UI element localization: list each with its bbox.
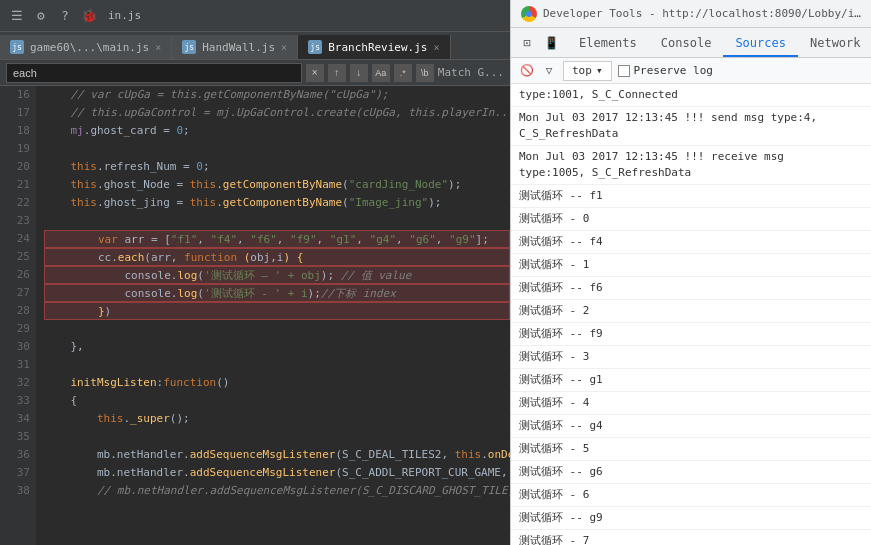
code-line-16: // var cUpGa = this.getComponentByName("… [44,86,510,104]
console-msg-4: 测试循环 - 0 [511,208,871,231]
console-top-label: top [572,64,592,77]
match-info: Match G... [438,66,504,79]
tab-main[interactable]: js game60\...\main.js × [0,35,172,59]
tab-close-handwall[interactable]: × [281,42,287,53]
devtools-mobile-icon[interactable]: 📱 [541,33,561,53]
editor-filename: in.js [108,9,141,22]
code-line-26: console.log('测试循环 — ' + obj); // 值 value [44,266,510,284]
search-next-button[interactable]: ↓ [350,64,368,82]
tab-icon-handwall: js [182,40,196,54]
console-msg-18: 测试循环 - 7 [511,530,871,545]
code-line-21: this.ghost_Node = this.getComponentByNam… [44,176,510,194]
devtools-tab-console[interactable]: Console [649,31,724,57]
console-msg-12: 测试循环 - 4 [511,392,871,415]
code-line-35 [44,428,510,446]
search-option2-button[interactable]: .* [394,64,412,82]
console-msg-6: 测试循环 - 1 [511,254,871,277]
code-line-23 [44,212,510,230]
console-msg-9: 测试循环 -- f9 [511,323,871,346]
tab-handwall[interactable]: js HandWall.js × [172,35,298,59]
devtools-tabs: Elements Console Sources Network Time [567,28,871,57]
console-msg-1: Mon Jul 03 2017 12:13:45 !!! send msg ty… [511,107,871,146]
code-content[interactable]: // var cUpGa = this.getComponentByName("… [36,86,510,545]
code-line-20: this.refresh_Num = 0; [44,158,510,176]
console-msg-10: 测试循环 - 3 [511,346,871,369]
devtools-panel: Developer Tools - http://localhost:8090/… [510,0,871,545]
search-option3-button[interactable]: \b [416,64,434,82]
preserve-log-checkbox[interactable] [618,65,630,77]
devtools-tab-network[interactable]: Network [798,31,871,57]
line-numbers: 16 17 18 19 20 21 22 23 24 25 26 27 28 2… [0,86,36,545]
devtools-titlebar: Developer Tools - http://localhost:8090/… [511,0,871,28]
console-msg-8: 测试循环 - 2 [511,300,871,323]
code-line-31 [44,356,510,374]
code-line-25: cc.each(arr, function (obj,i) { [44,248,510,266]
tab-label-handwall: HandWall.js [202,41,275,54]
tab-close-branchreview[interactable]: × [433,42,439,53]
editor-tabs: js game60\...\main.js × js HandWall.js ×… [0,32,510,60]
tab-icon-branchreview: js [308,40,322,54]
editor-panel: ☰ ⚙ ? 🐞 in.js js game60\...\main.js × js… [0,0,510,545]
console-msg-2: Mon Jul 03 2017 12:13:45 !!! receive msg… [511,146,871,185]
code-area: 16 17 18 19 20 21 22 23 24 25 26 27 28 2… [0,86,510,545]
devtools-nav: ⊡ 📱 Elements Console Sources Network Tim… [511,28,871,58]
code-line-17: // this.upGaControl = mj.UpGaControl.cre… [44,104,510,122]
code-line-34: this._super(); [44,410,510,428]
devtools-tab-elements[interactable]: Elements [567,31,649,57]
search-option1-button[interactable]: Aa [372,64,390,82]
code-line-36: mb.netHandler.addSequenceMsgListener(S_C… [44,446,510,464]
search-input[interactable] [6,63,302,83]
editor-toolbar: ☰ ⚙ ? 🐞 in.js [0,0,510,32]
code-line-28: }) [44,302,510,320]
tab-close-main[interactable]: × [155,42,161,53]
console-toolbar: 🚫 ▽ top ▾ Preserve log [511,58,871,84]
code-line-18: mj.ghost_card = 0; [44,122,510,140]
search-bar: × ↑ ↓ Aa .* \b Match G... [0,60,510,86]
chrome-icon [521,6,537,22]
code-line-22: this.ghost_jing = this.getComponentByNam… [44,194,510,212]
code-line-24: var arr = ["f1", "f4", "f6", "f9", "g1",… [44,230,510,248]
code-line-19 [44,140,510,158]
console-msg-15: 测试循环 -- g6 [511,461,871,484]
code-line-38: // mb.netHandler.addSequenceMsgListener(… [44,482,510,500]
console-top-dropdown[interactable]: top ▾ [563,61,612,81]
preserve-log-container: Preserve log [618,64,713,77]
editor-settings-icon[interactable]: ⚙ [32,7,50,25]
console-msg-11: 测试循环 -- g1 [511,369,871,392]
console-msg-0: type:1001, S_C_Connected [511,84,871,107]
console-msg-5: 测试循环 -- f4 [511,231,871,254]
console-msg-7: 测试循环 -- f6 [511,277,871,300]
console-msg-17: 测试循环 -- g9 [511,507,871,530]
tab-label-main: game60\...\main.js [30,41,149,54]
tab-branchreview[interactable]: js BranchReview.js × [298,35,450,59]
code-line-33: { [44,392,510,410]
code-line-30: }, [44,338,510,356]
code-line-29 [44,320,510,338]
search-clear-button[interactable]: × [306,64,324,82]
code-line-27: console.log('测试循环 - ' + i);//下标 index [44,284,510,302]
editor-menu-icon[interactable]: ☰ [8,7,26,25]
devtools-title: Developer Tools - http://localhost:8090/… [543,7,861,20]
console-clear-icon[interactable]: 🚫 [519,63,535,79]
devtools-nav-icons: ⊡ 📱 [511,28,567,57]
console-msg-13: 测试循环 -- g4 [511,415,871,438]
console-filter-icon[interactable]: ▽ [541,63,557,79]
tab-icon-main: js [10,40,24,54]
code-line-37: mb.netHandler.addSequenceMsgListener(S_C… [44,464,510,482]
editor-help-icon[interactable]: ? [56,7,74,25]
console-output[interactable]: type:1001, S_C_Connected Mon Jul 03 2017… [511,84,871,545]
search-prev-button[interactable]: ↑ [328,64,346,82]
tab-label-branchreview: BranchReview.js [328,41,427,54]
console-msg-14: 测试循环 - 5 [511,438,871,461]
console-top-chevron: ▾ [596,64,603,77]
preserve-log-label: Preserve log [634,64,713,77]
console-msg-3: 测试循环 -- f1 [511,185,871,208]
console-msg-16: 测试循环 - 6 [511,484,871,507]
devtools-tab-sources[interactable]: Sources [723,31,798,57]
editor-debug-icon[interactable]: 🐞 [80,7,98,25]
devtools-cursor-icon[interactable]: ⊡ [517,33,537,53]
code-line-32: initMsgListen:function() [44,374,510,392]
